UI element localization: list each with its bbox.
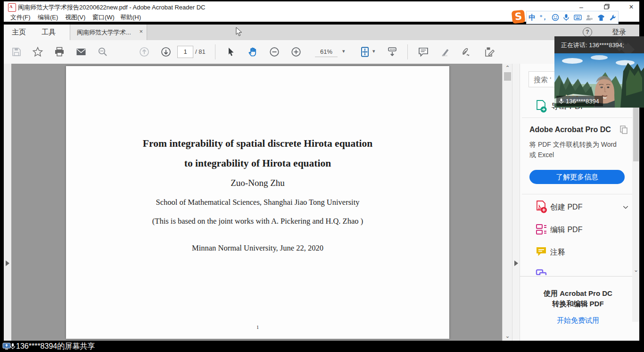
chevron-down-icon[interactable] [622, 203, 629, 211]
previous-page-icon[interactable] [139, 46, 150, 58]
fit-page-caret-icon[interactable]: ▾ [372, 48, 375, 54]
help-icon[interactable]: ? [583, 27, 592, 37]
promo-body-line1: 将 PDF 文件联机转换为 Word [529, 141, 617, 148]
tool-comment-label: 注释 [550, 248, 565, 258]
ime-mode-icon[interactable]: 中 [528, 13, 536, 22]
tool-edit-pdf[interactable]: 编辑 PDF [520, 223, 636, 237]
save-icon[interactable] [11, 46, 22, 58]
sidebar-scroll-down-icon[interactable]: ⌄ [632, 267, 639, 273]
tab-bar: 主页 工具 闽南师范大学学术... × ? 登录 [4, 25, 639, 40]
page-total-label: / 81 [195, 48, 206, 55]
email-icon[interactable] [75, 46, 87, 58]
sidebar-divider [522, 194, 638, 194]
participant-name-chip: 136****8394 [556, 96, 603, 106]
fit-page-icon[interactable] [359, 46, 371, 58]
tab-tools[interactable]: 工具 [41, 28, 56, 37]
sidebar-scrollbar-thumb[interactable] [633, 107, 639, 161]
edit-pdf-toolbar-icon[interactable] [484, 46, 495, 58]
expand-left-panel-icon[interactable] [6, 260, 9, 266]
voice-input-icon[interactable] [563, 14, 570, 21]
ime-icons-box: 中 °， [526, 11, 619, 24]
acrobat-window: A 闽南师范大学学术报告20200622new.pdf - Adobe Acro… [4, 1, 639, 341]
tab-document-label: 闽南师范大学学术... [77, 28, 131, 37]
vertical-scrollbar[interactable]: ⌃ ⌄ [502, 64, 512, 341]
zoom-out-icon[interactable] [269, 46, 280, 58]
free-trial-link[interactable]: 开始免费试用 [520, 316, 636, 325]
edit-pdf-icon [535, 223, 547, 235]
settings-wrench-icon[interactable] [609, 14, 616, 21]
left-panel-strip [4, 64, 12, 341]
sidebar-scrollbar[interactable]: ⌄ [632, 107, 639, 322]
comment-tool-icon [535, 246, 547, 258]
pdf-app-icon-glyph: A [9, 4, 13, 9]
export-pdf-icon [535, 100, 547, 113]
print-icon[interactable] [54, 46, 65, 58]
pdf-title-line2: to integrability of Hirota equation [66, 158, 449, 169]
pdf-app-icon: A [8, 3, 16, 12]
participant-video[interactable]: 136****8394 [554, 53, 644, 108]
zoom-caret-icon[interactable]: ▾ [342, 48, 345, 54]
fill-sign-icon[interactable] [461, 46, 472, 58]
toolbar-divider [407, 44, 408, 59]
scrollbar-thumb[interactable] [504, 72, 511, 81]
pdf-note: (This is based on the joint works with A… [66, 217, 449, 226]
promo-body-line2: 或 Excel [529, 151, 554, 159]
tab-close-icon[interactable]: × [139, 28, 143, 35]
sogou-logo-icon[interactable]: S [512, 10, 526, 24]
document-area: From integrability of spatial discrete H… [11, 64, 502, 341]
ime-toolbar: S 中 °， [512, 10, 618, 24]
pdf-affiliation: School of Mathematical Sciences, Shangha… [66, 198, 449, 207]
keyboard-icon[interactable] [574, 14, 582, 21]
share-status-label: 136****8394的屏幕共享 [16, 342, 95, 352]
select-tool-icon[interactable] [225, 46, 237, 58]
toolbar-divider [215, 44, 215, 59]
right-panel-strip [512, 64, 520, 341]
scrolling-mode-icon[interactable] [387, 46, 398, 58]
sidebar-divider [520, 276, 639, 277]
mic-icon [559, 98, 564, 105]
login-button[interactable]: 登录 [612, 28, 626, 37]
pdf-title-line1: From integrability of spatial discrete H… [66, 138, 449, 150]
search-icon[interactable] [97, 46, 108, 58]
tab-document[interactable]: 闽南师范大学学术... × [70, 25, 147, 40]
page-number-input[interactable]: 1 [177, 46, 193, 58]
scroll-down-icon[interactable]: ⌄ [503, 333, 512, 339]
account-icon[interactable] [586, 14, 593, 21]
tool-edit-pdf-label: 编辑 PDF [550, 225, 582, 235]
menu-file[interactable]: 文件(F) [10, 13, 31, 22]
main-toolbar: 1 / 81 61% ▾ ▾ [4, 40, 639, 64]
screen-share-bar: 136****8394的屏幕共享 [0, 341, 644, 352]
menu-edit[interactable]: 编辑(E) [38, 13, 58, 22]
learn-more-button[interactable]: 了解更多信息 [529, 170, 625, 184]
participant-name: 136****8394 [566, 98, 599, 105]
star-icon[interactable] [32, 46, 43, 58]
pdf-page: From integrability of spatial discrete H… [66, 66, 449, 339]
tool-create-pdf[interactable]: 创建 PDF [520, 201, 636, 215]
emoji-icon[interactable] [552, 14, 559, 21]
restore-icon [604, 4, 610, 9]
promo-title: Adobe Acrobat Pro DC [529, 126, 611, 134]
window-title: 闽南师范大学学术报告20200622new.pdf - Adobe Acroba… [18, 3, 205, 12]
scroll-up-icon[interactable]: ⌃ [503, 65, 512, 71]
comment-icon[interactable] [418, 46, 429, 58]
expand-right-panel-icon[interactable] [514, 260, 518, 266]
highlight-icon[interactable] [439, 46, 451, 58]
ime-punctuation-icon[interactable]: °， [540, 13, 547, 22]
menu-help[interactable]: 帮助(H) [120, 13, 141, 22]
zoom-in-icon[interactable] [290, 46, 302, 58]
tab-home[interactable]: 主页 [12, 28, 26, 37]
close-button[interactable]: × [623, 2, 639, 12]
next-page-icon[interactable] [160, 46, 172, 58]
menu-view[interactable]: 视图(V) [65, 13, 85, 22]
pdf-page-number: 1 [66, 325, 449, 330]
mic-status-icon [10, 343, 16, 350]
skin-icon[interactable] [597, 14, 605, 21]
tool-comment[interactable]: 注释 [520, 246, 636, 260]
pdf-venue: Minnan Normal University, June 22, 2020 [66, 243, 449, 253]
zoom-level-value[interactable]: 61% [315, 48, 338, 57]
hand-tool-icon[interactable] [247, 46, 258, 58]
footer-line2: 转换和编辑 PDF [520, 300, 636, 309]
pdf-author: Zuo-Nong Zhu [66, 178, 449, 188]
tool-partial[interactable] [520, 268, 636, 275]
menu-window[interactable]: 窗口(W) [92, 13, 115, 22]
